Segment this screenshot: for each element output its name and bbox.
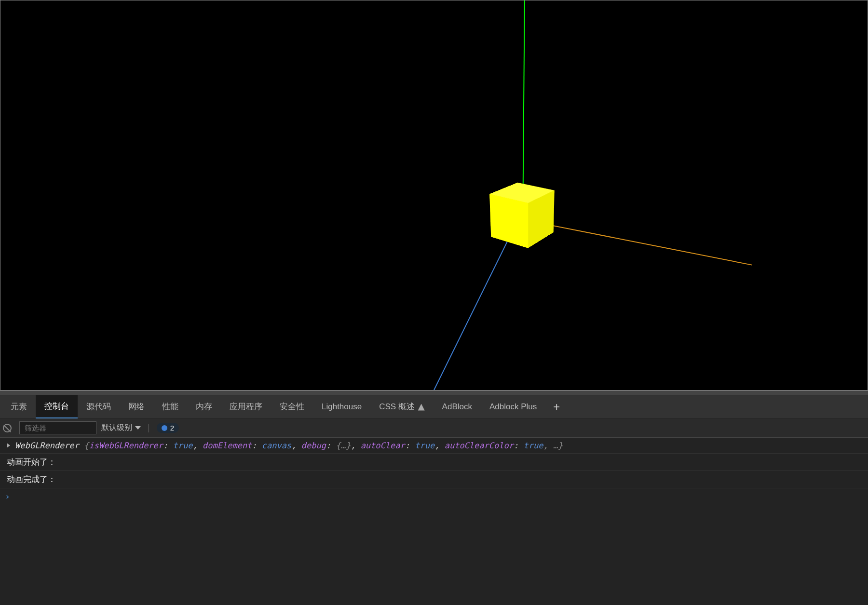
console-prompt[interactable]: › bbox=[0, 488, 868, 504]
console-log-text: 动画完成了： bbox=[0, 471, 868, 488]
tab-adblock-plus[interactable]: Adblock Plus bbox=[481, 396, 545, 417]
tab-lighthouse[interactable]: Lighthouse bbox=[313, 396, 370, 417]
chevron-down-icon bbox=[135, 426, 141, 430]
tab-memory[interactable]: 内存 bbox=[187, 395, 221, 418]
console-log-object[interactable]: WebGLRenderer {isWebGLRenderer: true, do… bbox=[0, 438, 868, 454]
console-toolbar: 默认级别 | 2 bbox=[0, 418, 868, 438]
log-level-select[interactable]: 默认级别 bbox=[101, 423, 141, 433]
cube-mesh bbox=[500, 191, 557, 249]
axis-z bbox=[434, 224, 516, 390]
devtools-tabs: 元素 控制台 源代码 网络 性能 内存 应用程序 安全性 Lighthouse … bbox=[0, 395, 868, 418]
overview-beta-icon bbox=[418, 404, 425, 411]
filter-input[interactable] bbox=[19, 421, 96, 434]
tab-console[interactable]: 控制台 bbox=[36, 395, 78, 418]
separator: | bbox=[148, 423, 150, 433]
axes-overlay bbox=[0, 0, 868, 390]
tab-sources[interactable]: 源代码 bbox=[78, 395, 120, 418]
tab-network[interactable]: 网络 bbox=[120, 395, 153, 418]
level-label: 默认级别 bbox=[101, 423, 132, 433]
webgl-viewport[interactable] bbox=[0, 0, 868, 390]
devtools-panel: 元素 控制台 源代码 网络 性能 内存 应用程序 安全性 Lighthouse … bbox=[0, 395, 868, 605]
info-dot-icon bbox=[162, 425, 167, 431]
hidden-count: 2 bbox=[170, 424, 174, 432]
console-output[interactable]: WebGLRenderer {isWebGLRenderer: true, do… bbox=[0, 438, 868, 605]
expand-caret-icon[interactable] bbox=[7, 443, 10, 448]
tab-label: CSS 概述 bbox=[379, 402, 415, 411]
tab-application[interactable]: 应用程序 bbox=[221, 395, 271, 418]
tab-css-overview[interactable]: CSS 概述 bbox=[370, 395, 433, 418]
console-log-text: 动画开始了： bbox=[0, 454, 868, 471]
tab-security[interactable]: 安全性 bbox=[271, 395, 313, 418]
add-tab-button[interactable]: + bbox=[545, 401, 568, 413]
tab-elements[interactable]: 元素 bbox=[2, 395, 36, 418]
devtools-resizer[interactable] bbox=[0, 390, 868, 395]
tab-performance[interactable]: 性能 bbox=[153, 395, 187, 418]
clear-console-icon[interactable] bbox=[3, 424, 12, 432]
hidden-messages-badge[interactable]: 2 bbox=[157, 423, 179, 433]
tab-adblock[interactable]: AdBlock bbox=[434, 396, 481, 417]
